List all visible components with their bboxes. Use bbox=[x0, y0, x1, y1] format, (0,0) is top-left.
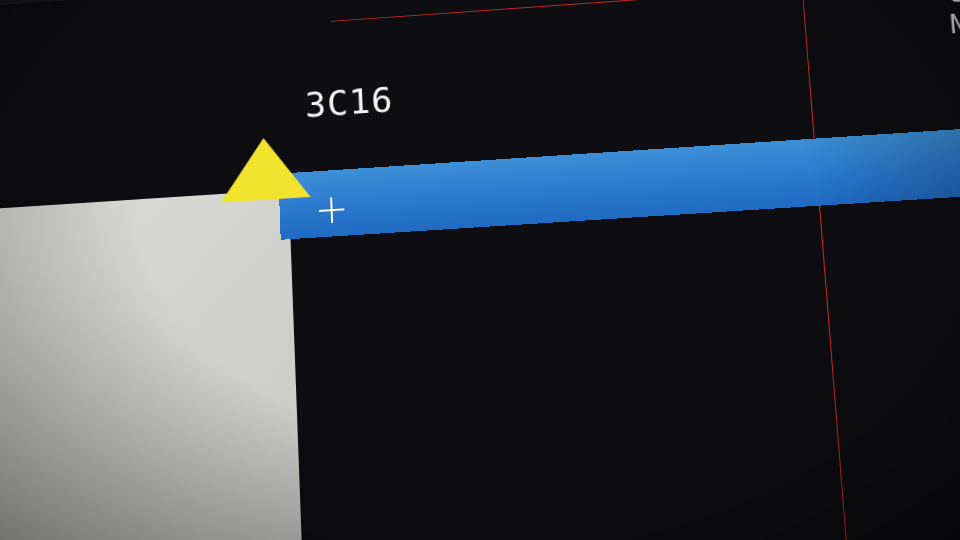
drawing-canvas[interactable]: RL1( C8@ N4C12 3C16 bbox=[0, 0, 960, 540]
triangle-marker-icon bbox=[219, 135, 311, 203]
beam-element[interactable] bbox=[278, 124, 960, 240]
wall-element[interactable] bbox=[0, 190, 304, 540]
grid-line-vertical bbox=[797, 0, 854, 540]
rebar-spec-label: 3C16 bbox=[304, 79, 394, 124]
grid-line-horizontal bbox=[331, 0, 960, 22]
label-line-3: N4C12 bbox=[949, 4, 960, 41]
element-labels-panel: RL1( C8@ N4C12 bbox=[943, 0, 960, 41]
